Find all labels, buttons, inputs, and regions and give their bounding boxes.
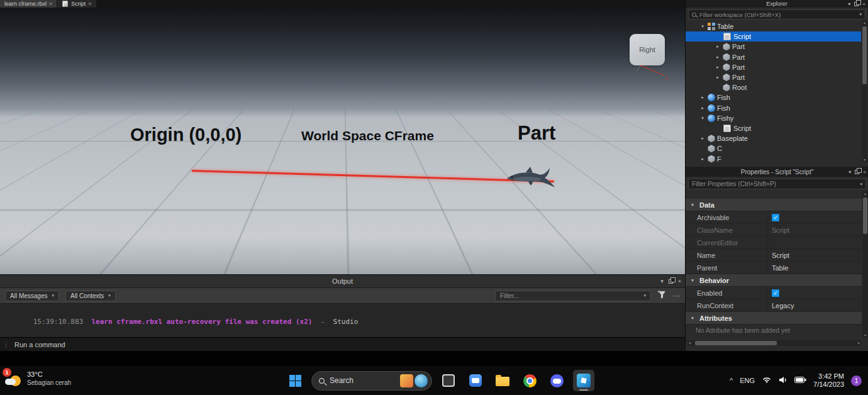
tree-item-fishy[interactable]: ▾Fishy xyxy=(686,113,861,123)
property-value[interactable]: Legacy xyxy=(768,299,862,311)
chevron-down-icon[interactable]: ▾ xyxy=(699,24,706,29)
scroll-down-icon[interactable]: ▾ xyxy=(862,333,868,337)
command-bar[interactable]: ⋮ Run a command xyxy=(0,337,685,351)
log-source: Studio xyxy=(333,318,359,326)
tree-item-c[interactable]: C xyxy=(686,143,861,153)
close-icon[interactable]: × xyxy=(678,278,681,284)
clock[interactable]: 3:42 PM 7/14/2023 xyxy=(813,372,844,389)
checkbox-checked[interactable]: ✓ xyxy=(772,289,779,297)
taskbar-search[interactable]: Search xyxy=(311,371,432,391)
property-value[interactable]: Table xyxy=(768,262,862,274)
properties-filter-input[interactable]: Filter Properties (Ctrl+Shift+P) ▾ xyxy=(688,179,866,189)
chevron-down-icon[interactable]: ▾ xyxy=(859,12,862,17)
tree-item-baseplate[interactable]: ▸Baseplate xyxy=(686,133,861,143)
tab-place-file[interactable]: learn cframe.rbxl × xyxy=(0,0,57,8)
tree-item-part[interactable]: ▸Part xyxy=(686,42,861,52)
explorer-titlebar[interactable]: Explorer ▾ × xyxy=(686,0,868,8)
scroll-down-icon[interactable]: ▾ xyxy=(862,157,867,162)
messages-filter-dropdown[interactable]: All Messages ▾ xyxy=(5,291,59,301)
chevron-down-icon[interactable]: ▾ xyxy=(849,169,851,175)
discord-button[interactable] xyxy=(546,370,567,391)
tree-item-part[interactable]: ▸Part xyxy=(686,62,861,72)
close-icon[interactable]: × xyxy=(863,169,866,175)
tree-item-table[interactable]: ▾Table xyxy=(686,21,861,31)
chevron-down-icon[interactable]: ▾ xyxy=(660,278,664,284)
output-filter-input[interactable]: Filter... ▾ xyxy=(495,291,651,301)
popout-icon[interactable] xyxy=(855,170,859,174)
chevron-right-icon[interactable]: ▸ xyxy=(699,106,706,111)
tray-overflow-chevron-icon[interactable]: ^ xyxy=(730,377,733,384)
chevron-down-icon[interactable]: ▾ xyxy=(860,182,862,187)
chevron-right-icon[interactable]: ▸ xyxy=(715,55,721,60)
property-value[interactable]: ✓ xyxy=(768,287,862,299)
more-options-icon[interactable]: ⋯ xyxy=(673,292,680,300)
chevron-right-icon[interactable]: ▸ xyxy=(699,157,706,162)
property-value[interactable]: Script xyxy=(768,249,862,261)
explorer-scrollbar[interactable]: ▴ ▾ xyxy=(862,19,867,162)
section-header-attributes[interactable]: ▾Attributes xyxy=(686,312,862,325)
tree-item-part[interactable]: ▸Part xyxy=(686,52,861,62)
chrome-button[interactable] xyxy=(519,370,540,391)
scroll-thumb[interactable] xyxy=(863,198,867,234)
tree-item-part[interactable]: ▸Part xyxy=(686,72,861,82)
tree-item-f[interactable]: ▸F xyxy=(686,153,861,164)
tree-item-root[interactable]: Root xyxy=(686,82,861,92)
chevron-right-icon[interactable]: ▸ xyxy=(699,95,706,100)
close-icon[interactable]: × xyxy=(88,1,91,7)
chevron-right-icon[interactable]: ▸ xyxy=(699,136,706,141)
weather-icon: 1 xyxy=(5,370,21,387)
close-icon[interactable]: × xyxy=(49,1,52,7)
output-titlebar[interactable]: Output ▾ × xyxy=(0,275,685,288)
file-explorer-button[interactable] xyxy=(492,370,513,391)
search-icon xyxy=(319,377,325,383)
scroll-right-icon[interactable]: ▸ xyxy=(858,340,860,346)
roblox-studio-button[interactable] xyxy=(573,370,594,391)
start-button[interactable] xyxy=(284,370,306,391)
roblox-studio-icon xyxy=(577,374,591,387)
section-header-data[interactable]: ▾Data xyxy=(686,199,862,211)
task-view-button[interactable] xyxy=(438,370,459,391)
filter-funnel-icon[interactable] xyxy=(657,290,667,302)
tree-item-fish[interactable]: ▸Fish xyxy=(686,103,861,113)
taskbar-weather-widget[interactable]: 1 33°C Sebagian cerah xyxy=(5,370,71,387)
tree-item-label: Table xyxy=(717,23,733,30)
3d-viewport[interactable]: Origin (0,0,0) World Space CFrame Part R… xyxy=(0,8,685,274)
close-icon[interactable]: × xyxy=(862,1,865,7)
axis-x-label: x xyxy=(665,75,668,81)
language-indicator[interactable]: ENG xyxy=(740,377,755,384)
section-header-behavior[interactable]: ▾Behavior xyxy=(686,274,862,287)
document-tabbar: learn cframe.rbxl × Script × xyxy=(0,0,685,8)
properties-scrollbar[interactable]: ▴ ▾ xyxy=(862,191,868,338)
explorer-filter-input[interactable]: Filter workspace (Ctrl+Shift+X) ▾ xyxy=(688,9,865,19)
view-cube[interactable]: Right xyxy=(630,34,665,65)
chevron-right-icon[interactable]: ▸ xyxy=(715,75,721,80)
tab-script[interactable]: Script × xyxy=(57,0,96,8)
chevron-down-icon[interactable]: ▾ xyxy=(848,1,850,7)
property-value[interactable]: ✓ xyxy=(768,211,862,223)
scroll-thumb[interactable] xyxy=(695,341,777,345)
checkbox-checked[interactable]: ✓ xyxy=(772,214,779,221)
contexts-filter-dropdown[interactable]: All Contexts ▾ xyxy=(65,291,116,301)
properties-titlebar[interactable]: Properties - Script "Script" ▾ × xyxy=(686,167,868,177)
popout-icon[interactable] xyxy=(669,279,673,284)
scroll-up-icon[interactable]: ▴ xyxy=(862,20,867,25)
scroll-left-icon[interactable]: ◂ xyxy=(689,340,691,346)
battery-icon[interactable] xyxy=(794,377,806,384)
popout-icon[interactable] xyxy=(854,2,859,6)
chat-button[interactable] xyxy=(465,370,486,391)
volume-icon[interactable] xyxy=(779,376,787,385)
output-log[interactable]: 15:39:10.883 learn cframe.rbxl auto-reco… xyxy=(0,304,685,340)
scroll-thumb[interactable] xyxy=(862,26,867,84)
tree-item-script[interactable]: Script xyxy=(686,31,861,42)
scroll-up-icon[interactable]: ▴ xyxy=(862,191,868,196)
properties-hscrollbar[interactable]: ◂ ▸ xyxy=(687,340,861,346)
chevron-right-icon[interactable]: ▸ xyxy=(715,65,721,70)
fish-model[interactable] xyxy=(502,162,559,195)
wifi-icon[interactable] xyxy=(762,376,772,385)
tree-item-script[interactable]: Script xyxy=(686,123,861,133)
notification-count-badge[interactable]: 1 xyxy=(851,376,862,386)
chevron-down-icon[interactable]: ▾ xyxy=(699,116,706,121)
chevron-right-icon[interactable]: ▸ xyxy=(715,44,721,49)
grip-handle-icon[interactable]: ⋮ xyxy=(3,341,9,348)
tree-item-fish[interactable]: ▸Fish xyxy=(686,92,861,103)
